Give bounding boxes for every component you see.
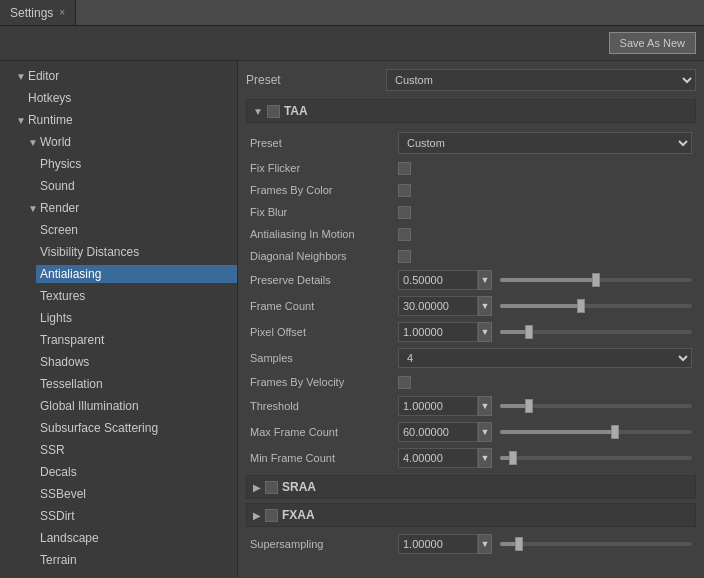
sidebar-item-screen[interactable]: Screen [0,219,237,241]
max-frame-count-input[interactable] [398,422,478,442]
fix-flicker-checkbox[interactable] [398,162,411,175]
sraa-arrow-icon[interactable]: ▶ [253,482,261,493]
min-frame-count-spin-down[interactable]: ▼ [478,448,492,468]
preserve-details-row: Preserve Details ▼ [250,267,692,293]
save-as-new-button[interactable]: Save As New [609,32,696,54]
sidebar-item-antialiasing[interactable]: Antialiasing [0,263,237,285]
sidebar-item-sound[interactable]: Sound [0,175,237,197]
fxaa-title: FXAA [282,508,315,522]
fxaa-section-header[interactable]: ▶ FXAA [246,503,696,527]
sidebar-label-ssr: SSR [40,443,65,457]
min-frame-count-input[interactable] [398,448,478,468]
arrow-render-icon: ▼ [28,203,38,214]
samples-dropdown[interactable]: 4 [398,348,692,368]
pixel-offset-input[interactable] [398,322,478,342]
threshold-row: Threshold ▼ [250,393,692,419]
antialiasing-motion-checkbox[interactable] [398,228,411,241]
diagonal-checkbox[interactable] [398,250,411,263]
samples-control: 4 [398,348,692,368]
sidebar-item-lights[interactable]: Lights [0,307,237,329]
supersampling-spin-down[interactable]: ▼ [478,534,492,554]
taa-checkbox[interactable] [267,105,280,118]
preserve-details-input[interactable] [398,270,478,290]
frame-count-slider[interactable] [500,304,692,308]
frames-by-velocity-label: Frames By Velocity [250,376,398,388]
threshold-spinner: ▼ [398,396,492,416]
threshold-slider[interactable] [500,404,692,408]
sidebar-item-landscape[interactable]: Landscape [0,527,237,549]
preserve-details-spin-down[interactable]: ▼ [478,270,492,290]
pixel-offset-spin-down[interactable]: ▼ [478,322,492,342]
fix-blur-label: Fix Blur [250,206,398,218]
supersampling-input[interactable] [398,534,478,554]
frame-count-input[interactable] [398,296,478,316]
sidebar-item-terrain[interactable]: Terrain [0,549,237,571]
threshold-control: ▼ [398,396,692,416]
fix-blur-checkbox[interactable] [398,206,411,219]
sidebar-item-runtime[interactable]: ▼ Runtime [0,109,237,131]
fix-blur-row: Fix Blur [250,201,692,223]
supersampling-spinner: ▼ [398,534,492,554]
sidebar-item-tessellation[interactable]: Tessellation [0,373,237,395]
threshold-spin-down[interactable]: ▼ [478,396,492,416]
sidebar-item-physics[interactable]: Physics [0,153,237,175]
preserve-details-slider[interactable] [500,278,692,282]
sidebar-label-textures: Textures [40,289,85,303]
pixel-offset-slider[interactable] [500,330,692,334]
top-preset-dropdown[interactable]: Custom [386,69,696,91]
sidebar-item-editor[interactable]: ▼ Editor [0,65,237,87]
min-frame-count-thumb [509,451,517,465]
min-frame-count-slider[interactable] [500,456,692,460]
threshold-input[interactable] [398,396,478,416]
max-frame-count-spin-down[interactable]: ▼ [478,422,492,442]
frames-by-velocity-row: Frames By Velocity [250,371,692,393]
taa-section-header[interactable]: ▼ TAA [246,99,696,123]
action-bar: Save As New [0,26,704,61]
frames-by-color-label: Frames By Color [250,184,398,196]
antialiasing-motion-row: Antialiasing In Motion [250,223,692,245]
sraa-section-header[interactable]: ▶ SRAA [246,475,696,499]
sidebar-label-landscape: Landscape [40,531,99,545]
min-frame-count-spinner: ▼ [398,448,492,468]
sidebar-label-subsurface: Subsurface Scattering [40,421,158,435]
frames-by-color-checkbox[interactable] [398,184,411,197]
frame-count-spin-down[interactable]: ▼ [478,296,492,316]
sidebar-item-shadows[interactable]: Shadows [0,351,237,373]
frame-count-control: ▼ [398,296,692,316]
sidebar-item-world[interactable]: ▼ World [0,131,237,153]
sidebar-item-transparent[interactable]: Transparent [0,329,237,351]
tab-close-icon[interactable]: × [59,7,65,18]
sidebar-item-render[interactable]: ▼ Render [0,197,237,219]
max-frame-count-label: Max Frame Count [250,426,398,438]
sidebar-item-ssdirt[interactable]: SSDirt [0,505,237,527]
sidebar-item-hotkeys[interactable]: Hotkeys [0,87,237,109]
frames-by-velocity-checkbox[interactable] [398,376,411,389]
pixel-offset-row: Pixel Offset ▼ [250,319,692,345]
supersampling-slider[interactable] [500,542,692,546]
sidebar-item-textures[interactable]: Textures [0,285,237,307]
settings-tab[interactable]: Settings × [0,0,76,25]
content-area: Preset Custom ▼ TAA Preset Custom [238,61,704,577]
sraa-checkbox[interactable] [265,481,278,494]
taa-preset-dropdown[interactable]: Custom [398,132,692,154]
max-frame-count-slider[interactable] [500,430,692,434]
sidebar-item-ssbevel[interactable]: SSBevel [0,483,237,505]
main-layout: ▼ Editor Hotkeys ▼ Runtime ▼ World Physi… [0,61,704,577]
frame-count-row: Frame Count ▼ [250,293,692,319]
max-frame-count-row: Max Frame Count ▼ [250,419,692,445]
frame-count-label: Frame Count [250,300,398,312]
sidebar-label-shadows: Shadows [40,355,89,369]
sidebar-item-visibility[interactable]: Visibility Distances [0,241,237,263]
fxaa-checkbox[interactable] [265,509,278,522]
sidebar-item-global-illumination[interactable]: Global Illumination [0,395,237,417]
taa-preset-control: Custom [398,132,692,154]
taa-arrow-icon[interactable]: ▼ [253,106,263,117]
sidebar-item-subsurface[interactable]: Subsurface Scattering [0,417,237,439]
sidebar-label-ssdirt: SSDirt [40,509,75,523]
fxaa-arrow-icon[interactable]: ▶ [253,510,261,521]
sidebar-label-global-illumination: Global Illumination [40,399,139,413]
supersampling-label: Supersampling [250,538,398,550]
sidebar-item-ssr[interactable]: SSR [0,439,237,461]
sidebar-item-water[interactable]: Water [0,571,237,577]
sidebar-item-decals[interactable]: Decals [0,461,237,483]
